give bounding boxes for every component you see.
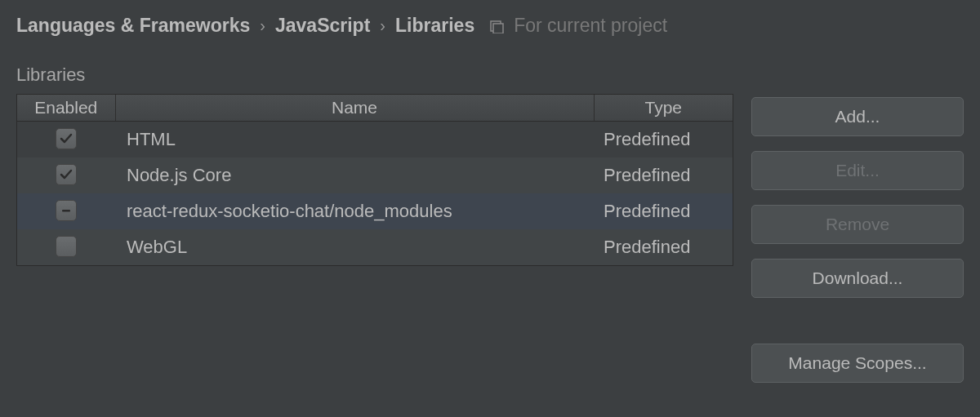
- remove-button[interactable]: Remove: [751, 205, 964, 244]
- column-header-name[interactable]: Name: [115, 95, 594, 122]
- breadcrumb-item-libraries[interactable]: Libraries: [395, 15, 474, 37]
- chevron-right-icon: ›: [380, 16, 385, 35]
- checkbox-checked-icon[interactable]: [56, 164, 77, 185]
- table-row[interactable]: react-redux-socketio-chat/node_modules P…: [17, 193, 733, 229]
- project-scope-icon: [489, 19, 504, 33]
- library-type: Predefined: [594, 229, 733, 265]
- svg-rect-2: [62, 210, 70, 212]
- table-row[interactable]: WebGL Predefined: [17, 229, 733, 265]
- library-type: Predefined: [594, 157, 733, 193]
- library-type: Predefined: [594, 122, 733, 157]
- libraries-table: Enabled Name Type HTML Predefined: [16, 94, 733, 266]
- svg-rect-1: [493, 24, 503, 33]
- library-name: WebGL: [115, 229, 594, 265]
- library-name: Node.js Core: [115, 157, 594, 193]
- library-name: HTML: [115, 122, 594, 157]
- checkbox-unchecked-icon[interactable]: [56, 236, 77, 257]
- checkbox-checked-icon[interactable]: [56, 128, 77, 149]
- table-row[interactable]: Node.js Core Predefined: [17, 157, 733, 193]
- column-header-type[interactable]: Type: [594, 95, 733, 122]
- checkbox-indeterminate-icon[interactable]: [56, 200, 77, 221]
- add-button[interactable]: Add...: [751, 97, 964, 136]
- download-button[interactable]: Download...: [751, 259, 964, 298]
- section-title: Libraries: [16, 64, 964, 86]
- library-name: react-redux-socketio-chat/node_modules: [115, 193, 594, 229]
- manage-scopes-button[interactable]: Manage Scopes...: [751, 344, 964, 383]
- breadcrumb: Languages & Frameworks › JavaScript › Li…: [16, 15, 964, 37]
- breadcrumb-item-languages[interactable]: Languages & Frameworks: [16, 15, 250, 37]
- action-buttons: Add... Edit... Remove Download... Manage…: [751, 94, 964, 383]
- chevron-right-icon: ›: [260, 16, 265, 35]
- edit-button[interactable]: Edit...: [751, 151, 964, 190]
- table-row[interactable]: HTML Predefined: [17, 122, 733, 157]
- scope-hint-label: For current project: [514, 15, 667, 37]
- column-header-enabled[interactable]: Enabled: [17, 95, 115, 122]
- breadcrumb-item-javascript[interactable]: JavaScript: [275, 15, 370, 37]
- library-type: Predefined: [594, 193, 733, 229]
